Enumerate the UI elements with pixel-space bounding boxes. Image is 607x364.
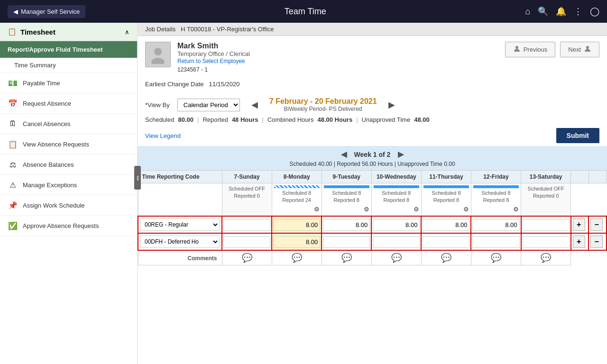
comment-icon-tue[interactable]: 💬 xyxy=(341,253,352,263)
hours-input-row2-sat[interactable] xyxy=(523,236,570,248)
hours-input-row1-sat[interactable] xyxy=(523,219,570,231)
sidebar-item-report-approve[interactable]: Report/Approve Fluid Timesheet xyxy=(0,41,137,58)
remove-row-button-2[interactable]: − xyxy=(590,236,603,248)
comment-icon-sat[interactable]: 💬 xyxy=(541,253,551,263)
manage-exceptions-icon: ⚠ xyxy=(8,180,18,190)
hours-input-row2-wed[interactable] xyxy=(373,236,420,248)
add-row-button-2[interactable]: + xyxy=(573,236,585,248)
hours-input-row2-thu[interactable] xyxy=(423,236,469,248)
trc-select-row1[interactable]: 00REG - Regular xyxy=(140,218,220,231)
submit-button[interactable]: Submit xyxy=(556,128,599,143)
hours-input-row1-thu[interactable] xyxy=(423,219,469,231)
sidebar-collapse-handle[interactable]: ‖ xyxy=(134,166,138,190)
add-row1-cell: + xyxy=(571,216,589,233)
sidebar-item-request-absence[interactable]: 📅 Request Absence xyxy=(0,93,137,114)
view-legend-link[interactable]: View Legend xyxy=(145,132,181,139)
sched-gear-wednesday[interactable]: ⚙ xyxy=(414,206,419,213)
hatch-bar xyxy=(274,185,320,188)
solid-bar-wed xyxy=(374,185,419,188)
add-row-button-1[interactable]: + xyxy=(573,218,585,231)
sidebar-item-absence-balances[interactable]: ⚖ Absence Balances xyxy=(0,155,137,175)
sched-gear-friday[interactable]: ⚙ xyxy=(513,206,519,213)
unapproved-label: Unapproved Time xyxy=(362,116,411,123)
back-label: Manager Self Service xyxy=(21,8,80,15)
cancel-absences-icon: 🗓 xyxy=(8,118,18,129)
comment-icon-fri[interactable]: 💬 xyxy=(491,253,501,263)
hours-input-row1-fri[interactable] xyxy=(472,219,519,231)
sidebar-item-manage-exceptions[interactable]: ⚠ Manage Exceptions xyxy=(0,175,137,195)
comment-cell-wed[interactable]: 💬 xyxy=(371,250,421,265)
sidebar-item-view-absence-requests[interactable]: 📋 View Absence Requests xyxy=(0,134,137,155)
day-header-6: 13-Saturday xyxy=(521,171,571,183)
sched-gear-monday[interactable]: ⚙ xyxy=(314,206,320,213)
sidebar-item-label: View Absence Requests xyxy=(23,141,89,148)
combined-hours: 48.00 Hours xyxy=(317,116,352,123)
return-to-select-employee-link[interactable]: Return to Select Employee xyxy=(177,58,245,64)
week-label: Week 1 of 2 xyxy=(354,151,391,158)
comments-label-cell: Comments xyxy=(138,250,222,265)
remove-row-button-1[interactable]: − xyxy=(590,218,603,231)
hours-input-row2-sun[interactable] xyxy=(223,236,270,248)
sidebar-item-cancel-absences[interactable]: 🗓 Cancel Absences xyxy=(0,114,137,134)
prev-week-arrow[interactable]: ◀ xyxy=(338,150,349,159)
comment-cell-sun[interactable]: 💬 xyxy=(222,250,272,265)
comment-icon-wed[interactable]: 💬 xyxy=(391,253,402,263)
search-icon[interactable]: 🔍 xyxy=(538,6,548,17)
hours-cell-row1-mon xyxy=(272,216,322,233)
comment-cell-thu[interactable]: 💬 xyxy=(421,250,471,265)
employee-id: 1234567 - 1 xyxy=(177,66,498,73)
sched-cell-saturday: Scheduled OFF Reported 0 xyxy=(521,183,571,217)
sched-gear-thursday[interactable]: ⚙ xyxy=(463,206,469,213)
solid-bar-thu xyxy=(423,185,469,188)
period-sub: BiWeekly Period- PS Delivered xyxy=(269,106,377,112)
comment-cell-mon[interactable]: 💬 xyxy=(272,250,322,265)
hours-input-row1-sun[interactable] xyxy=(223,219,270,231)
hours-input-row1-wed[interactable] xyxy=(373,219,420,231)
comment-cell-fri[interactable]: 💬 xyxy=(471,250,521,265)
sidebar-item-payable-time[interactable]: 💵 Payable Time xyxy=(0,73,137,93)
comment-icon-mon[interactable]: 💬 xyxy=(292,253,302,263)
earliest-change-date: Earliest Change Date 11/15/2020 xyxy=(145,81,599,88)
collapse-icon[interactable]: ∧ xyxy=(125,28,129,36)
sched-gear-tuesday[interactable]: ⚙ xyxy=(364,206,369,213)
avatar xyxy=(145,42,171,67)
sidebar-item-label: Manage Exceptions xyxy=(23,182,77,189)
next-period-arrow[interactable]: ▶ xyxy=(385,99,399,111)
day-header-0: 7-Sunday xyxy=(222,171,272,183)
hours-input-row2-tue[interactable] xyxy=(323,236,370,248)
more-icon[interactable]: ⋮ xyxy=(574,6,582,17)
assign-work-icon: 📌 xyxy=(8,200,18,210)
hours-input-row1-tue[interactable] xyxy=(323,219,370,231)
hours-input-row2-mon[interactable] xyxy=(273,236,320,248)
timesheet-icon: 📋 xyxy=(8,27,17,36)
trc-select-row2[interactable]: 00DFH - Deferred Ho xyxy=(140,236,220,248)
page-title: Team Time xyxy=(93,7,517,17)
comment-cell-sat[interactable]: 💬 xyxy=(521,250,571,265)
next-button[interactable]: Next xyxy=(560,42,599,57)
hours-input-row2-fri[interactable] xyxy=(472,236,519,248)
sched-cell-tuesday: Scheduled 8 Reported 8 ⚙ xyxy=(322,183,371,217)
previous-label: Previous xyxy=(524,46,548,53)
bell-icon[interactable]: 🔔 xyxy=(556,6,566,17)
actions-row: View Legend Submit xyxy=(138,125,607,146)
comment-icon-thu[interactable]: 💬 xyxy=(441,253,451,263)
next-week-arrow[interactable]: ▶ xyxy=(395,150,406,159)
hours-summary: Scheduled 80.00 | Reported 48 Hours | Co… xyxy=(138,114,607,125)
table-row: 00REG - Regular xyxy=(138,216,607,233)
hours-input-row1-mon[interactable] xyxy=(273,219,320,231)
sidebar-item-approve-absence-requests[interactable]: ✅ Approve Absence Requests xyxy=(0,216,137,236)
sidebar-item-time-summary[interactable]: Time Summary xyxy=(0,58,137,73)
back-button[interactable]: ◀ Manager Self Service xyxy=(8,5,85,18)
sidebar-item-assign-work-schedule[interactable]: 📌 Assign Work Schedule xyxy=(0,195,137,216)
home-icon[interactable]: ⌂ xyxy=(525,7,530,17)
close-icon[interactable]: ◯ xyxy=(590,6,599,17)
view-by-select[interactable]: Calendar Period xyxy=(177,99,240,111)
sidebar-timesheet-header[interactable]: 📋 Timesheet ∧ xyxy=(0,23,137,41)
prev-period-arrow[interactable]: ◀ xyxy=(248,99,262,111)
comment-cell-tue[interactable]: 💬 xyxy=(322,250,371,265)
next-person-icon xyxy=(584,45,591,54)
comment-icon-sun[interactable]: 💬 xyxy=(242,253,252,263)
day-header-1: 8-Monday xyxy=(272,171,322,183)
previous-button[interactable]: Previous xyxy=(505,42,556,57)
hours-cell-row1-tue xyxy=(322,216,371,233)
